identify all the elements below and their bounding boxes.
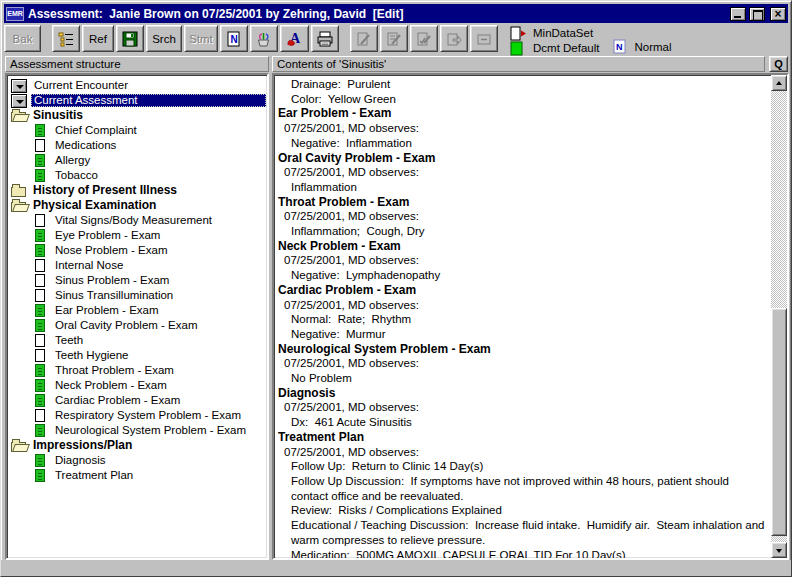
right-panel-header-label: Contents of 'Sinusitis' [277,58,386,70]
assessment-window: EMR Assessment: Janie Brown on 07/25/200… [0,0,792,577]
scroll-up-arrow-icon[interactable] [771,75,787,91]
doc-edit-check-icon [385,30,403,48]
tree-item[interactable]: Throat Problem - Exam [7,363,267,378]
contents-text: Drainage: PurulentColor: Yellow GreenEar… [274,75,771,558]
content-line: 07/25/2001, MD observes: [274,356,767,371]
content-line: Follow Up Discussion: If symptoms have n… [274,474,767,503]
tree-item[interactable]: Eye Problem - Exam [7,228,267,243]
content-line: Throat Problem - Exam [274,195,767,210]
mindataset-indicator: MinDataSet [510,26,599,40]
tree-item-label: Respiratory System Problem - Exam [52,409,244,422]
tree-item[interactable]: Vital Signs/Body Measurement [7,213,267,228]
stamp-label: Stmt [189,33,213,45]
title-bar[interactable]: EMR Assessment: Janie Brown on 07/25/200… [4,4,788,23]
content-line: Dx: 461 Acute Sinusitis [274,415,767,430]
tree-item-label: Impressions/Plan [30,439,135,452]
tree-item[interactable]: Treatment Plan [7,468,267,483]
content-line: 07/25/2001, MD observes: [274,445,767,460]
search-button[interactable]: Srch [146,25,182,52]
edit-note-button-2 [380,25,408,52]
printer-icon [316,30,334,48]
tree-item-label: Allergy [52,154,93,167]
save-button[interactable] [116,25,144,52]
doc-green-icon [35,154,45,167]
tree-item[interactable]: Ear Problem - Exam [7,303,267,318]
tree-item[interactable]: Impressions/Plan [7,438,267,453]
tree-item[interactable]: Physical Examination [7,198,267,213]
edit-note-button-5 [470,25,498,52]
doc-green-icon [35,394,45,407]
minimize-button[interactable] [730,7,746,21]
q-button[interactable]: Q [769,56,788,72]
ref-label: Ref [89,33,107,45]
charting-tools-button[interactable] [250,25,278,52]
tree-item[interactable]: Current Encounter [7,78,267,93]
tree-item[interactable]: Cardiac Problem - Exam [7,393,267,408]
folder-closed-icon [11,187,26,197]
charting-tools-icon [255,30,273,48]
folder-open-icon [11,202,26,212]
print-button[interactable] [311,25,339,52]
contents-panel: Drainage: PurulentColor: Yellow GreenEar… [272,73,789,560]
maximize-button[interactable] [749,7,765,21]
tree-item[interactable]: Teeth [7,333,267,348]
edit-note-button-1 [350,25,378,52]
doc-green-icon [35,379,45,392]
tree-item[interactable]: Current Assessment [7,93,267,108]
content-line: No Problem [274,371,767,386]
tree-item-label: Current Encounter [31,79,131,92]
assessment-structure-panel: Current Encounter Current Assessment Sin… [5,73,269,560]
tree-item[interactable]: Tobacco [7,168,267,183]
normal-label: Normal [634,41,671,53]
tree-item-label: Nose Problem - Exam [52,244,170,257]
tree-item-label: Chief Complaint [52,124,140,137]
content-line: Educational / Teaching Discussion: Incre… [274,518,767,547]
tree-item[interactable]: Sinus Transillumination [7,288,267,303]
close-button[interactable]: × [770,7,786,21]
tree-item[interactable]: Respiratory System Problem - Exam [7,408,267,423]
tree-item[interactable]: Chief Complaint [7,123,267,138]
content-line: 07/25/2001, MD observes: [274,253,767,268]
tree-item-label: Sinus Transillumination [52,289,176,302]
stamp-button: Stmt [184,25,218,52]
vertical-scrollbar[interactable] [771,75,787,558]
tree-item[interactable]: Nose Problem - Exam [7,243,267,258]
doc-edit-mark-icon [415,30,433,48]
scrollbar-thumb[interactable] [771,308,787,536]
ref-button[interactable]: Ref [82,25,114,52]
back-label: Bak [13,33,33,45]
assessment-tree: Current Encounter Current Assessment Sin… [7,75,267,483]
outline-button[interactable] [52,25,80,52]
note-n-icon: N [225,30,243,48]
tree-item[interactable]: Oral Cavity Problem - Exam [7,318,267,333]
tree-item[interactable]: Sinus Problem - Exam [7,273,267,288]
doc-green-icon [35,469,45,482]
tree-item[interactable]: History of Present Illness [7,183,267,198]
tree-item[interactable]: Sinusitis [7,108,267,123]
left-panel-header: Assessment structure [5,56,269,72]
doc-forward-icon [445,30,463,48]
left-panel-header-label: Assessment structure [10,58,121,70]
tree-item[interactable]: Neurological System Problem - Exam [7,423,267,438]
doc-white-icon [35,259,45,272]
tree-item-label: Oral Cavity Problem - Exam [52,319,201,332]
content-line: 07/25/2001, MD observes: [274,121,767,136]
tree-item-label: Eye Problem - Exam [52,229,163,242]
tree-item[interactable]: Allergy [7,153,267,168]
content-line: Normal: Rate; Rhythm [274,312,767,327]
tree-item[interactable]: Diagnosis [7,453,267,468]
tree-item[interactable]: Internal Nose [7,258,267,273]
doc-green-icon [35,454,45,467]
note-button[interactable]: N [220,25,248,52]
format-button[interactable]: A [280,25,309,52]
content-line: 07/25/2001, MD observes: [274,400,767,415]
tree-item[interactable]: Neck Problem - Exam [7,378,267,393]
tree-item-label: Internal Nose [52,259,126,272]
content-line: 07/25/2001, MD observes: [274,298,767,313]
tree-item-label: Treatment Plan [52,469,136,482]
tree-item-label: Medications [52,139,119,152]
scroll-down-arrow-icon[interactable] [771,542,787,558]
content-line: 07/25/2001, MD observes: [274,165,767,180]
tree-item[interactable]: Medications [7,138,267,153]
tree-item[interactable]: Teeth Hygiene [7,348,267,363]
